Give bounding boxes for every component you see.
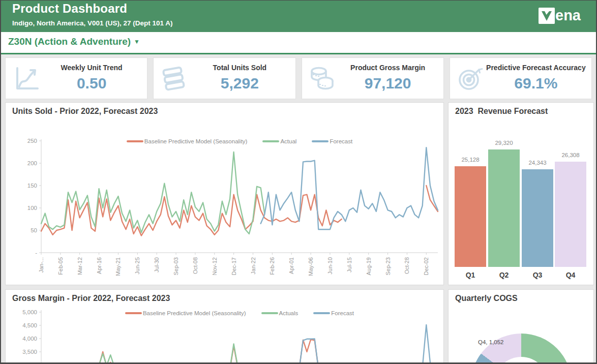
donut-slice-label: Q4, 1,052 [478,339,504,345]
svg-text:4,000: 4,000 [22,336,37,342]
page-title: Product Dashboard [12,2,127,16]
svg-text:Aug-19: Aug-19 [366,257,372,275]
svg-text:Jun-10: Jun-10 [327,257,333,275]
kpi-value: 5,292 [188,75,291,92]
svg-text:Dec-02: Dec-02 [423,257,429,275]
bar-category-label: Q4 [555,271,586,279]
product-filter-dropdown[interactable]: Z30N (Action & Adventure)▼ [8,36,140,47]
vena-logo: ena [539,7,581,24]
svg-text:Feb-26: Feb-26 [269,257,275,275]
panel-units-sold: Units Sold - Prior 2022, Forecast 2023 B… [5,102,444,285]
kpi-card-weekly-unit-trend: Weekly Unit Trend 0.50 [5,57,147,99]
kpi-label: Weekly Unit Trend [40,64,143,72]
header: Product Dashboard Indigo, North America,… [1,1,596,32]
svg-text:Jun-25: Jun-25 [134,257,140,275]
svg-text:Nov-12: Nov-12 [212,257,218,275]
kpi-row: Weekly Unit Trend 0.50 Total Units Sold … [1,57,596,99]
svg-text:Feb-05: Feb-05 [57,257,64,275]
svg-text:-: - [35,250,37,256]
kpi-card-product-gross-margin: Product Gross Margin 97,120 [302,57,444,99]
filter-bar: Z30N (Action & Adventure)▼ [1,32,596,54]
units-sold-line-chart: 25020015010050-Jan-...Feb-05Mar-12Apr-16… [6,103,443,285]
svg-text:May-06: May-06 [308,257,314,276]
panel-title: 2023 Revenue Forecast [455,107,548,116]
vena-logo-mark [539,8,555,24]
kpi-value: 0.50 [40,75,143,92]
svg-text:150: 150 [27,183,37,189]
svg-text:May-21: May-21 [115,257,121,276]
svg-text:3,000: 3,000 [22,362,37,364]
svg-text:50: 50 [31,227,37,233]
svg-text:Jan-...: Jan-... [38,257,44,273]
page-subtitle: Indigo, North America, V001 (US), 27 (De… [12,19,173,27]
gross-margin-line-chart: 5,0004,5004,0003,5003,000 [6,290,443,364]
svg-text:5,000: 5,000 [22,309,37,315]
kpi-label: Predictive Forecast Accuracy [485,64,587,72]
bar-q4 [555,162,586,267]
svg-text:Jan-22: Jan-22 [250,257,256,275]
filter-label: Z30N (Action & Adventure) [8,36,131,47]
svg-text:4,500: 4,500 [22,322,37,328]
bar-category-label: Q3 [522,271,553,279]
product-dashboard-app: Product Dashboard Indigo, North America,… [0,0,597,364]
bar-value-label: 26,308 [553,152,588,158]
kpi-value: 69.1% [485,75,587,92]
svg-text:Dec-17: Dec-17 [231,257,237,275]
bar-value-label: 24,343 [520,160,555,166]
svg-text:Apr-16: Apr-16 [96,257,102,274]
svg-text:200: 200 [27,160,37,166]
bar-q2 [488,149,520,267]
svg-text:Oct-08: Oct-08 [192,257,198,274]
bar-q1 [455,166,486,267]
panel-gross-margin: Gross Margin - Prior 2022, Forecast 2023… [5,289,444,364]
svg-text:Jul-30: Jul-30 [154,257,160,272]
svg-text:Jul-15: Jul-15 [346,257,352,272]
kpi-card-forecast-accuracy: Predictive Forecast Accuracy 69.1% [450,57,592,99]
kpi-label: Total Units Sold [188,64,291,72]
svg-text:Oct-28: Oct-28 [404,257,410,274]
bar-category-label: Q1 [455,271,486,279]
panel-revenue-forecast: 2023 Revenue Forecast 25,128Q129,320Q224… [448,102,594,285]
books-stack-icon [160,64,188,93]
panel-title: Quarterly COGS [455,294,518,303]
kpi-value: 97,120 [337,75,439,92]
target-arrow-icon [456,64,485,93]
bar-value-label: 29,320 [486,140,522,146]
kpi-label: Product Gross Margin [337,64,439,72]
panel-quarterly-cogs: Quarterly COGS Q4, 1,052 [448,289,594,364]
chevron-down-icon: ▼ [134,38,140,45]
coins-icon [308,64,337,93]
kpi-card-total-units-sold: Total Units Sold 5,292 [153,57,295,99]
bar-q3 [522,169,553,267]
bar-category-label: Q2 [488,271,520,279]
vena-logo-text: ena [555,7,581,24]
svg-text:3,500: 3,500 [22,349,37,355]
trend-chart-icon [12,64,40,93]
svg-text:Sep-03: Sep-03 [173,257,179,275]
svg-text:Sep-23: Sep-23 [385,257,391,275]
svg-text:100: 100 [27,205,37,211]
svg-text:Apr-01: Apr-01 [288,257,294,274]
svg-text:250: 250 [27,138,37,144]
bar-value-label: 25,128 [453,157,488,163]
svg-text:Mar-12: Mar-12 [77,257,83,275]
